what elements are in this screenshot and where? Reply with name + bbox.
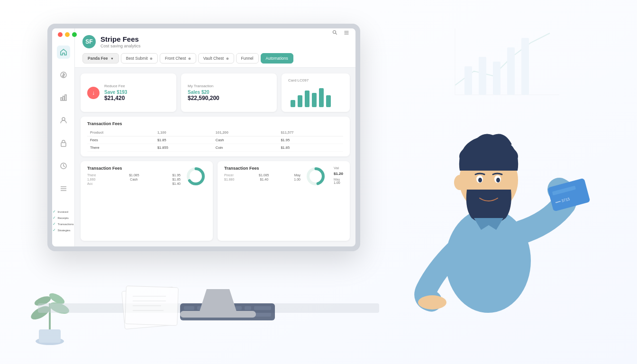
- svg-rect-65: [298, 95, 302, 107]
- app-title: Stripe Fees: [100, 35, 141, 43]
- sidebar-item-home[interactable]: [57, 46, 70, 59]
- transaction-sublabel: Sales $20: [188, 90, 270, 95]
- tab-best-submit[interactable]: Best Submit ⊕: [121, 53, 158, 64]
- tab-vault-chest[interactable]: Vault Chest ⊕: [198, 53, 234, 64]
- svg-rect-15: [464, 223, 512, 299]
- svg-rect-30: [122, 287, 177, 329]
- tab-automations[interactable]: Automations: [261, 53, 293, 64]
- fee-card-2: Transaction Fees Pincer $1.085 May $1.88…: [218, 161, 350, 241]
- sidebar-item-chart[interactable]: [57, 91, 70, 104]
- content-area: ↓ Reduce Fee Save $193 $21,420 My Tr: [75, 68, 355, 246]
- svg-rect-56: [63, 96, 64, 100]
- sidebar-item-user[interactable]: [57, 114, 70, 127]
- sidebar-item-dollar[interactable]: [57, 68, 70, 82]
- fee-card-2-info: Transaction Fees Pincer $1.085 May $1.88…: [224, 166, 300, 182]
- svg-rect-31: [125, 286, 179, 326]
- svg-point-13: [33, 294, 52, 307]
- svg-point-12: [48, 300, 71, 316]
- donut-chart-1: [185, 166, 206, 187]
- col-count1: 1,100: [155, 129, 213, 136]
- svg-rect-68: [319, 88, 324, 107]
- app-sidebar: ✓ Invoiced ✓ Receipts ✓ Transactions ✓ S…: [52, 28, 75, 246]
- svg-rect-44: [254, 306, 271, 310]
- stat-card-chart: Card LC097: [282, 73, 350, 112]
- table-title: Transaction Fees: [87, 121, 343, 126]
- svg-rect-55: [61, 98, 62, 100]
- tab-panda-fee[interactable]: Panda Fee ▼: [82, 53, 119, 64]
- svg-point-27: [478, 178, 482, 182]
- transaction-info: My Transaction Sales $20 $22,590,200: [188, 84, 270, 101]
- maximize-button[interactable]: [72, 32, 77, 37]
- check-invoiced: ✓ Invoiced: [53, 209, 73, 214]
- header-text: Stripe Fees Cost saving analytics: [100, 35, 141, 48]
- svg-rect-37: [184, 306, 194, 310]
- svg-point-48: [333, 31, 336, 34]
- tabs-row: Panda Fee ▼ Best Submit ⊕ Front Chest ⊕: [82, 53, 348, 64]
- svg-point-25: [476, 175, 483, 183]
- svg-rect-3: [464, 66, 472, 95]
- svg-rect-57: [65, 95, 66, 100]
- sidebar-item-menu[interactable]: [57, 182, 70, 195]
- screen-topbar: [332, 29, 350, 36]
- stat-card-reduce-fee: ↓ Reduce Fee Save $193 $21,420: [81, 73, 176, 112]
- col-product: Product: [87, 129, 155, 136]
- stat-card-transaction: My Transaction Sales $20 $22,590,200: [181, 73, 277, 112]
- fee2-row-2: $1.880 $1.40 1.00: [224, 178, 300, 181]
- close-button[interactable]: [58, 32, 63, 37]
- svg-rect-67: [312, 93, 317, 107]
- fee-card-1-title: Transaction Fees: [87, 166, 181, 171]
- tab-funnel[interactable]: Funnel: [236, 53, 259, 64]
- check-receipts: ✓ Receipts: [53, 216, 73, 220]
- fee-card-2-title: Transaction Fees: [224, 166, 300, 171]
- svg-rect-59: [61, 143, 66, 146]
- reduce-fee-sublabel: Save $193: [104, 90, 127, 95]
- svg-rect-66: [305, 91, 309, 107]
- mini-bar-chart: [288, 86, 331, 107]
- table-header-row: Product 1,100 101,200 $11,577: [87, 129, 343, 136]
- table-section: Transaction Fees Product 1,100 101,200 $…: [81, 117, 350, 156]
- app-main: SF Stripe Fees Cost saving analytics Pan…: [75, 28, 355, 246]
- sidebar-item-clock[interactable]: [57, 159, 70, 173]
- sidebar-item-lock[interactable]: [57, 136, 70, 150]
- svg-line-49: [336, 33, 337, 35]
- avatar: SF: [82, 35, 96, 48]
- svg-rect-64: [291, 100, 295, 107]
- svg-point-8: [36, 337, 64, 345]
- svg-point-22: [459, 148, 518, 212]
- check-transactions: ✓ Transactions: [53, 222, 73, 226]
- table-row: There $1.855 Coin $1.85: [87, 144, 343, 152]
- svg-point-24: [454, 175, 465, 190]
- header-top: SF Stripe Fees Cost saving analytics: [82, 35, 348, 48]
- stats-row: ↓ Reduce Fee Save $193 $21,420 My Tr: [81, 73, 350, 112]
- table-row: Fees $1.85 Cash $1.95: [87, 136, 343, 144]
- svg-point-16: [446, 209, 531, 313]
- col-amount: $11,577: [278, 129, 343, 136]
- tab-front-chest[interactable]: Front Chest ⊕: [160, 53, 196, 64]
- svg-point-23: [459, 142, 518, 171]
- fee2-row-1: Pincer $1.085 May: [224, 173, 300, 177]
- svg-rect-69: [326, 95, 331, 107]
- app-header: SF Stripe Fees Cost saving analytics Pan…: [75, 28, 355, 68]
- svg-rect-43: [245, 306, 251, 310]
- reduce-fee-icon: ↓: [87, 87, 100, 99]
- transaction-label: My Transaction: [188, 84, 270, 88]
- monitor-stand: [199, 289, 237, 313]
- svg-rect-17: [547, 178, 591, 211]
- fee-row-3: Acc $1.40: [87, 182, 181, 185]
- menu-icon[interactable]: [343, 29, 350, 36]
- transaction-value: $22,590,200: [188, 95, 270, 101]
- reduce-fee-value: $21,420: [104, 95, 127, 101]
- traffic-lights: [58, 32, 77, 37]
- svg-rect-42: [235, 306, 242, 310]
- svg-point-14: [47, 291, 66, 306]
- monitor-base: [180, 311, 256, 318]
- svg-rect-5: [493, 62, 500, 95]
- minimize-button[interactable]: [65, 32, 70, 37]
- fee-card-1: Transaction Fees There $1.085 $1.95 1,66…: [81, 161, 213, 241]
- svg-rect-47: [255, 313, 271, 317]
- search-icon[interactable]: [332, 29, 338, 36]
- fee-row-1: There $1.085 $1.95: [87, 173, 181, 177]
- svg-rect-7: [521, 38, 529, 95]
- col-count2: 101,200: [213, 129, 278, 136]
- svg-rect-6: [507, 47, 515, 95]
